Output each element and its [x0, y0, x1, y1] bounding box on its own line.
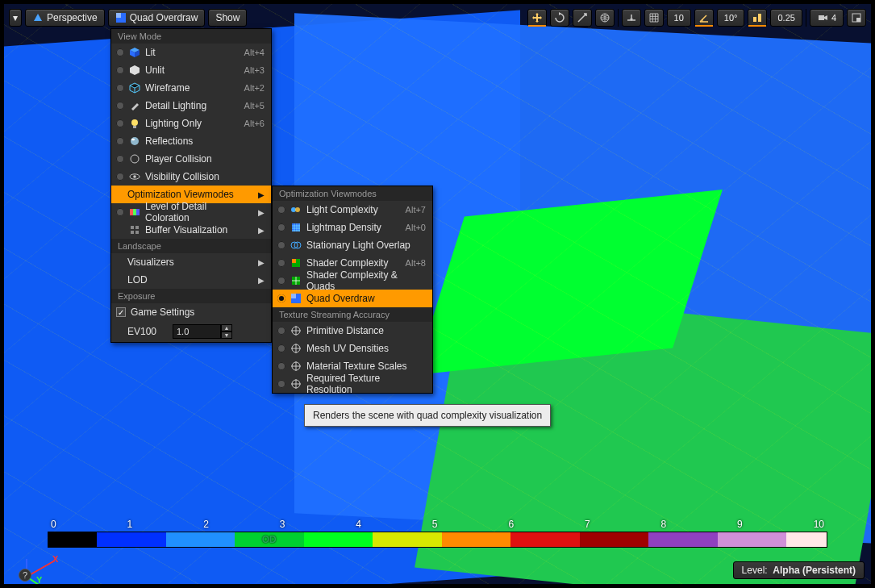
submenu-item-light-complexity[interactable]: Light ComplexityAlt+7	[273, 201, 432, 219]
menu-item-visualizers[interactable]: Visualizers ▶	[111, 253, 271, 271]
rotate-mode-button[interactable]	[550, 9, 569, 27]
svg-point-20	[131, 139, 135, 141]
perspective-button[interactable]: Perspective	[25, 9, 105, 27]
submenu-arrow-icon: ▶	[258, 208, 265, 217]
legend-seg-10	[718, 532, 787, 547]
viewport[interactable]: ▾ Perspective Quad Overdraw Show	[3, 3, 872, 585]
submenu-item-mesh-uv[interactable]: Mesh UV Densities	[273, 340, 432, 357]
grid-snap-value[interactable]: 10	[667, 9, 691, 27]
crosshair-icon	[290, 325, 302, 336]
submenu-item-stationary-overlap[interactable]: Stationary Light Overlap	[273, 236, 432, 254]
move-icon	[531, 12, 543, 23]
submenu-item-quad-overdraw[interactable]: Quad Overdraw	[273, 290, 432, 307]
viewport-options-dropdown[interactable]: ▾	[9, 9, 22, 27]
viewport-toolbar-left: ▾ Perspective Quad Overdraw Show	[9, 9, 247, 27]
tooltip: Renders the scene with quad complexity v…	[304, 404, 551, 427]
svg-rect-25	[133, 209, 136, 215]
crosshair-icon	[290, 361, 302, 372]
scale-icon	[577, 12, 588, 23]
light-complexity-icon	[290, 204, 302, 215]
menu-item-lighting-only[interactable]: Lighting Only Alt+6	[111, 115, 271, 132]
submenu-item-primitive-distance[interactable]: Primitive Distance	[273, 322, 432, 340]
menu-item-lit[interactable]: Lit Alt+4	[111, 44, 271, 61]
legend-seg-4	[304, 532, 373, 547]
quad-icon	[115, 12, 127, 23]
menu-item-lod-coloration[interactable]: Level of Detail Coloration ▶	[111, 203, 271, 221]
crosshair-icon	[290, 343, 302, 354]
overdraw-legend: 0 1 2 3 4 5 6 7 8 9 10 OD	[48, 519, 827, 548]
quad-overdraw-icon	[290, 293, 302, 304]
ev100-input[interactable]	[173, 324, 221, 339]
svg-rect-8	[819, 15, 824, 20]
scale-snap-value[interactable]: 0.25	[770, 9, 802, 27]
legend-seg-11	[786, 532, 827, 547]
grid-snap-button[interactable]	[644, 9, 664, 27]
menu-item-reflections[interactable]: Reflections	[111, 132, 271, 150]
svg-rect-29	[131, 231, 134, 234]
shader-complexity-icon	[290, 257, 302, 269]
menu-item-lod[interactable]: LOD ▶	[111, 271, 271, 289]
scale-snap-icon	[752, 12, 763, 23]
grid-icon	[648, 12, 660, 23]
svg-rect-37	[292, 259, 296, 263]
svg-rect-24	[130, 209, 133, 215]
buffer-icon	[129, 224, 140, 236]
legend-seg-0	[48, 532, 97, 547]
spinner-up[interactable]: ▲	[221, 324, 232, 332]
cube-icon	[129, 47, 140, 58]
menu-item-game-settings[interactable]: ✓ Game Settings	[111, 303, 271, 321]
submenu-item-required-texture-resolution[interactable]: Required Texture Resolution	[273, 375, 432, 393]
sphere-icon	[129, 136, 140, 147]
viewmode-label: Quad Overdraw	[130, 12, 198, 23]
scale-mode-button[interactable]	[573, 9, 592, 27]
svg-rect-30	[135, 231, 139, 234]
show-button[interactable]: Show	[208, 9, 247, 27]
scale-snap-button[interactable]	[748, 9, 767, 27]
menu-item-unlit[interactable]: Unlit Alt+3	[111, 61, 271, 79]
angle-snap-button[interactable]	[694, 9, 714, 27]
viewmode-menu: View Mode Lit Alt+4 Unlit Alt+3 Wirefram…	[110, 28, 272, 343]
menu-item-buffer-visualization[interactable]: Buffer Visualization ▶	[111, 221, 271, 239]
svg-point-17	[131, 119, 138, 126]
svg-rect-6	[753, 17, 756, 22]
menu-item-player-collision[interactable]: Player Collision	[111, 150, 271, 168]
svg-rect-7	[758, 14, 761, 22]
spinner-down[interactable]: ▼	[221, 332, 232, 339]
landscape-header: Landscape	[111, 239, 271, 253]
axis-x-label: X	[52, 554, 58, 564]
transform-mode-button[interactable]	[527, 9, 547, 27]
help-icon[interactable]: ?	[19, 569, 31, 582]
menu-item-wireframe[interactable]: Wireframe Alt+2	[111, 79, 271, 97]
surface-snap-icon	[626, 12, 637, 23]
legend-seg-9	[648, 532, 718, 547]
lod-color-icon	[129, 206, 140, 218]
perspective-label: Perspective	[47, 12, 98, 23]
axis-y-label: Y	[36, 575, 42, 585]
submenu-item-shader-complexity-quads[interactable]: Shader Complexity & Quads	[273, 272, 432, 290]
angle-icon	[698, 12, 710, 23]
level-label[interactable]: Level: Alpha (Persistent)	[733, 561, 865, 579]
legend-seg-6	[442, 532, 511, 547]
legend-seg-2	[166, 532, 235, 547]
submenu-arrow-icon: ▶	[258, 276, 265, 285]
menu-item-visibility-collision[interactable]: Visibility Collision	[111, 168, 271, 186]
wireframe-icon	[129, 82, 140, 94]
surface-snap-button[interactable]	[622, 9, 641, 27]
chevron-down-icon: ▾	[13, 12, 18, 23]
coord-space-button[interactable]	[595, 9, 615, 27]
overdraw-legend-labels: 0 1 2 3 4 5 6 7 8 9 10	[48, 519, 827, 530]
maximize-viewport-button[interactable]	[847, 9, 866, 27]
angle-snap-value[interactable]: 10°	[717, 9, 745, 27]
submenu-item-lightmap-density[interactable]: Lightmap DensityAlt+0	[273, 219, 432, 236]
legend-seg-3: OD	[235, 532, 304, 547]
menu-item-detail-lighting[interactable]: Detail Lighting Alt+5	[111, 97, 271, 115]
svg-point-21	[131, 155, 139, 163]
viewmode-button[interactable]: Quad Overdraw	[108, 9, 206, 27]
checkbox-icon[interactable]: ✓	[116, 307, 126, 317]
menu-item-ev100: EV100 ▲▼	[111, 321, 271, 342]
svg-point-32	[295, 207, 300, 212]
legend-seg-1	[97, 532, 166, 547]
camera-speed-button[interactable]: 4	[810, 9, 844, 27]
ev100-spinner[interactable]: ▲▼	[173, 324, 232, 339]
submenu-arrow-icon: ▶	[258, 226, 265, 235]
